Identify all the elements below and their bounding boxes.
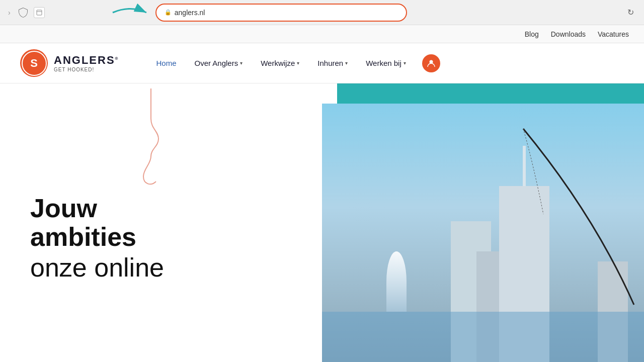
nav-home[interactable]: Home [149,55,183,71]
hook-illustration [131,88,171,189]
nav-cta-button[interactable] [422,54,440,72]
hero-headline: Jouw ambities [30,194,312,251]
top-nav-blog[interactable]: Blog [525,30,539,38]
address-bar[interactable]: 🔒 anglers.nl [155,4,407,22]
lock-icon: 🔒 [165,9,172,16]
fountain-spray [386,251,407,312]
hero-left: Jouw ambities onze online [0,83,342,362]
nav-werken-bij[interactable]: Werken bij ▾ [359,55,413,71]
chevron-werkwijze: ▾ [297,60,299,66]
url-text: anglers.nl [175,9,205,17]
logo-text-area: ANGLERS® GET HOOKED! [54,54,119,72]
chevron-werken-bij: ▾ [404,60,406,66]
nav-werkwijze[interactable]: Werkwijze ▾ [254,55,306,71]
arrow-annotation [110,3,150,23]
hero-right [322,83,644,362]
water-base [322,312,644,362]
fishing-rod-svg [493,114,644,315]
top-nav-downloads[interactable]: Downloads [551,30,586,38]
main-nav: Home Over Anglers ▾ Werkwijze ▾ Inhuren … [149,54,440,72]
logo-tagline: GET HOOKED! [54,67,119,72]
refresh-button[interactable]: ↻ [623,6,638,19]
nav-over-anglers[interactable]: Over Anglers ▾ [187,55,250,71]
back-button[interactable]: › [6,7,13,19]
top-nav-bar: Blog Downloads Vacatures [0,25,644,43]
tab-icon [34,7,45,18]
svg-rect-0 [37,10,42,15]
logo-name: ANGLERS® [54,54,119,67]
shield-icon [18,7,29,18]
hero-section: Jouw ambities onze online [0,83,644,362]
address-bar-wrapper: 🔒 anglers.nl [155,4,407,22]
logo-area[interactable]: S ANGLERS® GET HOOKED! [20,49,119,77]
site-header: S ANGLERS® GET HOOKED! Home Over Anglers… [0,43,644,83]
teal-bar [337,83,644,104]
chevron-inhuren: ▾ [345,60,348,66]
logo-s-letter: S [30,57,38,70]
browser-chrome: › 🔒 anglers.nl ↻ [0,0,644,25]
logo-circle: S [20,49,48,77]
nav-inhuren[interactable]: Inhuren ▾ [310,55,355,71]
top-nav-vacatures[interactable]: Vacatures [598,30,629,38]
hero-subtext: onze online [30,253,312,282]
city-scene [322,104,644,362]
logo-inner: S [22,51,47,76]
hero-image-container [322,104,644,362]
chevron-over-anglers: ▾ [240,60,243,66]
